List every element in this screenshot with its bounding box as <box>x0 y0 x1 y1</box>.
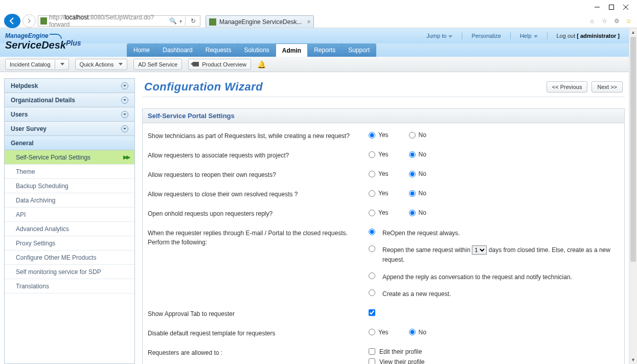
tab-home[interactable]: Home <box>127 43 156 57</box>
q1-yes-radio[interactable]: Yes <box>369 131 389 139</box>
active-indicator-icon: ▶▶ <box>123 154 129 161</box>
q6-opt-a[interactable]: ReOpen the request always. <box>369 229 619 238</box>
window-minimize-button[interactable] <box>590 2 604 12</box>
dropdown-icon <box>60 63 64 65</box>
tab-dashboard[interactable]: Dashboard <box>156 43 199 57</box>
sidebar-section-users[interactable]: Users <box>5 107 134 122</box>
dropdown-icon <box>534 35 538 38</box>
favorites-icon[interactable]: ☆ <box>600 17 608 25</box>
q1-no-radio[interactable]: No <box>409 131 426 139</box>
q5-yes-radio[interactable]: Yes <box>369 209 389 216</box>
previous-button[interactable]: << Previous <box>547 81 588 93</box>
tab-reports[interactable]: Reports <box>308 43 342 57</box>
sidebar-item-translations[interactable]: Translations <box>5 279 134 293</box>
jump-to-link[interactable]: Jump to <box>426 33 452 39</box>
separator <box>462 32 462 39</box>
browser-tab[interactable]: ManageEngine ServiceDesk... × <box>206 15 314 28</box>
quick-actions-button[interactable]: Quick Actions <box>75 59 128 70</box>
q2-no-radio[interactable]: No <box>409 151 426 158</box>
q7-checkbox[interactable] <box>369 309 375 316</box>
url-text: http://localhost:8080/SetUpWizard.do?for… <box>49 14 166 28</box>
chevron-down-icon <box>121 111 128 118</box>
scroll-up-icon[interactable]: ▲ <box>629 28 637 36</box>
browser-right-icons: ⌂ ☆ ⚙ ☺ <box>588 17 633 25</box>
sidebar-item-data-archiving[interactable]: Data Archiving <box>5 193 134 208</box>
incident-catalog-button[interactable]: Incident Catalog <box>5 59 69 70</box>
window-titlebar <box>0 0 637 14</box>
personalize-link[interactable]: Personalize <box>471 33 500 39</box>
product-overview-button[interactable]: Product Overview <box>188 59 251 70</box>
tab-close-icon[interactable]: × <box>307 18 310 26</box>
dropdown-icon[interactable]: ▾ <box>179 18 182 24</box>
question-label: Allow requesters to associate requests w… <box>148 151 369 160</box>
home-icon[interactable]: ⌂ <box>588 17 596 25</box>
sidebar-item-proxy-settings[interactable]: Proxy Settings <box>5 236 134 251</box>
tab-favicon-icon <box>209 18 216 26</box>
tab-solutions[interactable]: Solutions <box>238 43 276 57</box>
q8-yes-radio[interactable]: Yes <box>369 329 389 336</box>
vertical-scrollbar[interactable]: ▲ ▼ <box>629 28 637 364</box>
window-maximize-button[interactable] <box>604 2 619 12</box>
separator <box>547 32 548 39</box>
window-close-button[interactable] <box>619 2 633 12</box>
ad-self-service-button[interactable]: AD Self Service <box>133 59 182 70</box>
tab-admin[interactable]: Admin <box>276 43 308 57</box>
sidebar-section-user-survey[interactable]: User Survey <box>5 122 134 136</box>
sidebar-item-backup-scheduling[interactable]: Backup Scheduling <box>5 179 134 193</box>
q8-no-radio[interactable]: No <box>409 329 426 336</box>
bell-icon[interactable]: 🔔 <box>257 60 266 69</box>
q9-opt-a-checkbox[interactable]: Edit their profile <box>369 348 425 355</box>
tab-support[interactable]: Support <box>342 43 376 57</box>
action-toolbar: Incident Catalog Quick Actions AD Self S… <box>0 57 629 72</box>
q3-no-radio[interactable]: No <box>409 170 426 177</box>
chevron-down-icon <box>121 125 128 132</box>
smiley-icon[interactable]: ☺ <box>625 17 633 25</box>
side-nav: HelpdeskOrganizational DetailsUsersUser … <box>4 78 135 364</box>
sidebar-section-organizational-details[interactable]: Organizational Details <box>5 93 134 107</box>
logout-link[interactable]: Log out [ administrator ] <box>557 33 620 39</box>
wizard-title: Configuration Wizard <box>144 80 263 94</box>
question-label: Open onhold requests upon requesters rep… <box>148 209 369 218</box>
q6-opt-b[interactable]: Reopen the same request within 1 days fr… <box>369 245 619 265</box>
refresh-icon[interactable]: ↻ <box>189 16 198 26</box>
q6-opt-c[interactable]: Append the reply as conversation to the … <box>369 272 619 282</box>
app-logo: ManageEngine ServiceDeskPlus <box>5 32 81 51</box>
chevron-down-icon <box>121 82 128 89</box>
sidebar-section-general[interactable]: General <box>5 136 134 150</box>
sidebar-item-self-monitoring-service-for-sdp[interactable]: Self monitoring service for SDP <box>5 265 134 279</box>
help-link[interactable]: Help <box>520 33 538 39</box>
search-icon[interactable]: 🔍 <box>168 16 177 26</box>
q6-opt-d[interactable]: Create as a new request. <box>369 289 619 299</box>
next-button[interactable]: Next >> <box>592 81 623 93</box>
scroll-thumb[interactable] <box>630 37 636 262</box>
dropdown-icon <box>448 35 452 38</box>
q3-yes-radio[interactable]: Yes <box>369 170 389 177</box>
dropdown-icon <box>119 63 123 65</box>
question-label: When the requester replies through E-mai… <box>148 229 369 247</box>
tools-icon[interactable]: ⚙ <box>612 17 621 25</box>
app-top-header: Jump to Personalize Help Log out [ admin… <box>0 28 629 43</box>
tab-requests[interactable]: Requests <box>199 43 238 57</box>
scroll-down-icon[interactable]: ▼ <box>629 356 637 364</box>
sidebar-item-api[interactable]: API <box>5 208 134 222</box>
separator <box>510 32 511 39</box>
q9-opt-b-checkbox[interactable]: View their profile <box>369 358 425 364</box>
address-bar[interactable]: http://localhost:8080/SetUpWizard.do?for… <box>38 15 200 27</box>
sidebar-item-configure-other-me-products[interactable]: Configure Other ME Products <box>5 251 134 265</box>
q6-days-select[interactable]: 1 <box>472 245 487 255</box>
nav-back-button[interactable] <box>4 14 20 28</box>
nav-forward-button[interactable] <box>22 14 36 28</box>
svg-rect-1 <box>609 5 614 10</box>
question-label: Requesters are allowed to : <box>148 348 369 357</box>
question-label: Disable default request template for req… <box>148 329 369 338</box>
sidebar-item-theme[interactable]: Theme <box>5 165 134 179</box>
sidebar-item-self-service-portal-settings[interactable]: Self-Service Portal Settings▶▶ <box>5 150 134 165</box>
question-label: Show Approval Tab to requester <box>148 309 369 318</box>
q4-no-radio[interactable]: No <box>409 190 426 197</box>
separator <box>185 16 186 26</box>
q5-no-radio[interactable]: No <box>409 209 426 216</box>
sidebar-item-advanced-analytics[interactable]: Advanced Analytics <box>5 222 134 236</box>
q4-yes-radio[interactable]: Yes <box>369 190 389 197</box>
q2-yes-radio[interactable]: Yes <box>369 151 389 158</box>
sidebar-section-helpdesk[interactable]: Helpdesk <box>5 79 134 93</box>
